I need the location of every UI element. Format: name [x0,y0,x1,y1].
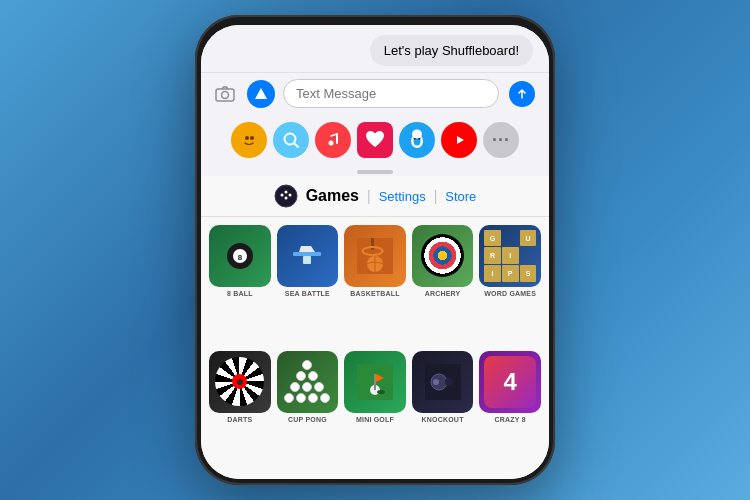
sep2: | [434,188,438,204]
crazya-label: CRAZY 8 [495,416,526,423]
basketball-thumb [357,238,393,274]
svg-point-16 [288,194,291,197]
sep1: | [367,188,371,204]
app-icons-row: ··· [201,114,549,166]
svg-rect-35 [433,379,439,385]
games-title: Games [306,187,359,205]
game-item-wordgames[interactable]: G U R I I P S WORD GAMES [479,225,541,345]
word-tile: G [484,230,501,247]
knockout-thumb [425,364,461,400]
store-link[interactable]: Store [445,189,476,204]
minigolf-label: MINI GOLF [356,416,394,423]
darts-label: DARTS [227,416,252,423]
word-grid: G U R I I P S [484,230,536,282]
svg-point-2 [239,130,259,150]
cuppong-label: CUP PONG [288,416,327,423]
games-panel: Games | Settings | Store 8 [201,176,549,479]
message-area: Let's play Shuffleboard! [201,25,549,72]
games-header: Games | Settings | Store [201,176,549,217]
cups-container [284,360,330,403]
knockout-label: KNOCKOUT [422,416,464,423]
settings-link[interactable]: Settings [379,189,426,204]
game-item-cuppong[interactable]: CUP PONG [277,351,339,471]
game-item-basketball[interactable]: BASKETBALL [344,225,406,345]
svg-text:8: 8 [238,253,243,262]
appstore-button[interactable] [247,80,275,108]
input-bar [201,72,549,114]
archery-target [421,234,464,277]
camera-button[interactable] [211,80,239,108]
archery-label: ARCHERY [425,290,461,297]
svg-rect-24 [371,238,374,250]
svg-rect-22 [303,256,311,264]
svg-rect-29 [374,374,376,390]
send-button[interactable] [509,81,535,107]
more-apps-button[interactable]: ··· [483,122,519,158]
svg-point-31 [377,390,385,394]
svg-rect-21 [293,252,321,256]
game-item-minigolf[interactable]: MINI GOLF [344,351,406,471]
game-item-crazya[interactable]: 4 CRAZY 8 [479,351,541,471]
seabattle-thumb [291,242,323,270]
minigolf-thumb [357,364,393,400]
text-input-wrapper [283,79,539,108]
svg-point-12 [412,130,422,139]
svg-point-14 [280,194,283,197]
youtube-icon[interactable] [441,122,477,158]
drag-pill [357,170,393,174]
more-dots: ··· [492,130,510,151]
game-item-knockout[interactable]: KNOCKOUT [412,351,474,471]
games-logo-icon [274,184,298,208]
phone-screen: Let's play Shuffleboard! [201,25,549,479]
text-message-input[interactable] [283,79,499,108]
svg-line-6 [294,143,298,147]
music-app-icon[interactable] [315,122,351,158]
svg-point-3 [245,136,249,140]
8ball-label: 8 BALL [227,290,253,297]
svg-point-13 [275,185,297,207]
basketball-label: BASKETBALL [350,290,399,297]
tweetbot-icon[interactable] [399,122,435,158]
fitness-icon[interactable] [357,122,393,158]
memoji-icon[interactable] [231,122,267,158]
crazy8-badge: 4 [484,356,536,408]
game-item-seabattle[interactable]: SEA BATTLE [277,225,339,345]
message-text: Let's play Shuffleboard! [384,43,519,58]
wordgames-label: WORD GAMES [484,290,536,297]
svg-point-7 [329,141,334,146]
message-bubble: Let's play Shuffleboard! [370,35,533,66]
svg-point-4 [250,136,254,140]
svg-point-1 [222,91,229,98]
games-grid: 8 8 BALL SEA BATTLE [201,217,549,479]
game-item-8ball[interactable]: 8 8 BALL [209,225,271,345]
drag-handle-area [201,166,549,176]
8ball-thumb: 8 [226,242,254,270]
svg-point-17 [284,197,287,200]
svg-point-34 [445,378,453,386]
phone-frame: Let's play Shuffleboard! [195,15,555,485]
svg-point-15 [284,191,287,194]
game-item-darts[interactable]: DARTS [209,351,271,471]
seabattle-label: SEA BATTLE [285,290,330,297]
search-apps-icon[interactable] [273,122,309,158]
darts-board [215,357,264,406]
game-item-archery[interactable]: ARCHERY [412,225,474,345]
